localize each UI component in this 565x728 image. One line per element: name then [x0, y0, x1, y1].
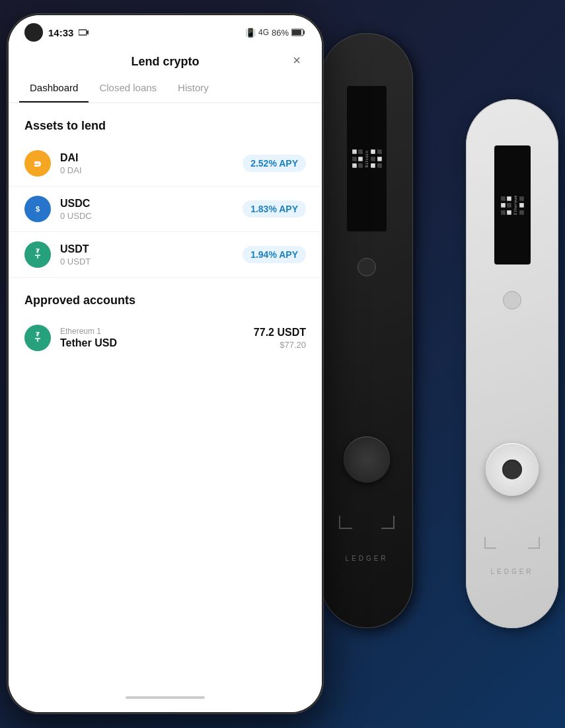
- main-content: Assets to lend DAI 0 DAI 2.52% APY: [9, 103, 322, 691]
- account-amount: 77.2 USDT: [254, 327, 306, 339]
- usdc-name: USDC: [60, 198, 243, 210]
- app-title: Lend crypto: [131, 55, 199, 69]
- list-item[interactable]: $ USDC 0 USDC 1.83% APY: [9, 186, 322, 232]
- account-info: Ethereum 1 Tether USD: [60, 327, 254, 349]
- tab-history[interactable]: History: [167, 74, 219, 102]
- usdc-balance: 0 USDC: [60, 211, 243, 221]
- account-sub-label: Ethereum 1: [60, 327, 254, 336]
- approved-section-title: Approved accounts: [9, 278, 322, 315]
- svg-rect-2: [292, 30, 301, 35]
- phone-bottom: [9, 691, 322, 712]
- usdt-apy: 1.94% APY: [243, 246, 306, 263]
- dai-info: DAI 0 DAI: [60, 152, 243, 175]
- status-bar: 14:33 📳 4G 86%: [9, 15, 322, 47]
- vibrate-icon: 📳: [245, 28, 256, 38]
- account-usd: $77.20: [254, 340, 306, 350]
- dai-balance: 0 DAI: [60, 165, 243, 175]
- ledger-devices: ⬛ ⬜ ⬛ ⬜ ⬛ ⬜ Bitcoin ⬛ ⬜ ⬛ ⬜ ⬛ ⬜ LEDGER ⬛…: [301, 0, 565, 728]
- ledger-silver-logo: LEDGER: [490, 568, 533, 575]
- battery-icon: [291, 28, 306, 36]
- media-icon: [79, 28, 89, 36]
- ledger-silver-screen: ⬛ ⬜ ⬛ Ethereum ⬜ ⬛ ⬜ ⬛ ⬜ ⬛: [494, 145, 531, 264]
- ledger-silver-center-btn: [486, 443, 539, 496]
- svg-text:₮: ₮: [36, 248, 40, 255]
- ledger-silver-device: ⬛ ⬜ ⬛ Ethereum ⬜ ⬛ ⬜ ⬛ ⬜ ⬛ LEDGER: [466, 99, 558, 628]
- dai-icon: [24, 150, 51, 177]
- usdt-icon: ₮: [24, 241, 51, 268]
- ledger-black-screen: ⬛ ⬜ ⬛ ⬜ ⬛ ⬜ Bitcoin ⬛ ⬜ ⬛ ⬜ ⬛ ⬜: [347, 86, 387, 231]
- ledger-black-logo: LEDGER: [345, 554, 388, 562]
- phone-frame: 14:33 📳 4G 86% Lend crypto: [7, 13, 324, 714]
- list-item[interactable]: ₮ Ethereum 1 Tether USD 77.2 USDT $77.20: [9, 315, 322, 360]
- signal-bars: 4G: [258, 28, 269, 37]
- tab-bar: Dashboard Closed loans History: [9, 74, 322, 103]
- camera-dot: [24, 23, 43, 42]
- account-value: 77.2 USDT $77.20: [254, 327, 306, 350]
- dai-name: DAI: [60, 152, 243, 164]
- tab-dashboard[interactable]: Dashboard: [19, 74, 89, 102]
- svg-text:$: $: [36, 205, 40, 213]
- tab-closed-loans[interactable]: Closed loans: [89, 74, 167, 102]
- battery-level: 86%: [272, 28, 289, 38]
- assets-section-title: Assets to lend: [9, 103, 322, 141]
- home-indicator: [126, 696, 205, 699]
- dai-apy: 2.52% APY: [243, 155, 306, 172]
- status-time: 14:33: [48, 27, 73, 38]
- usdc-info: USDC 0 USDC: [60, 198, 243, 221]
- svg-rect-0: [79, 30, 87, 35]
- close-icon: ×: [293, 53, 301, 68]
- usdt-info: USDT 0 USDT: [60, 243, 243, 266]
- close-button[interactable]: ×: [287, 52, 306, 70]
- account-usdt-icon: ₮: [24, 325, 51, 351]
- list-item[interactable]: DAI 0 DAI 2.52% APY: [9, 141, 322, 186]
- list-item[interactable]: ₮ USDT 0 USDT 1.94% APY: [9, 232, 322, 278]
- account-name: Tether USD: [60, 337, 254, 349]
- ledger-black-device: ⬛ ⬜ ⬛ ⬜ ⬛ ⬜ Bitcoin ⬛ ⬜ ⬛ ⬜ ⬛ ⬜ LEDGER: [320, 33, 413, 628]
- usdc-icon: $: [24, 196, 51, 222]
- usdt-name: USDT: [60, 243, 243, 255]
- app-header: Lend crypto ×: [9, 47, 322, 74]
- usdt-balance: 0 USDT: [60, 257, 243, 266]
- ledger-black-center-btn: [344, 436, 390, 483]
- svg-text:₮: ₮: [36, 331, 40, 338]
- usdc-apy: 1.83% APY: [243, 200, 306, 218]
